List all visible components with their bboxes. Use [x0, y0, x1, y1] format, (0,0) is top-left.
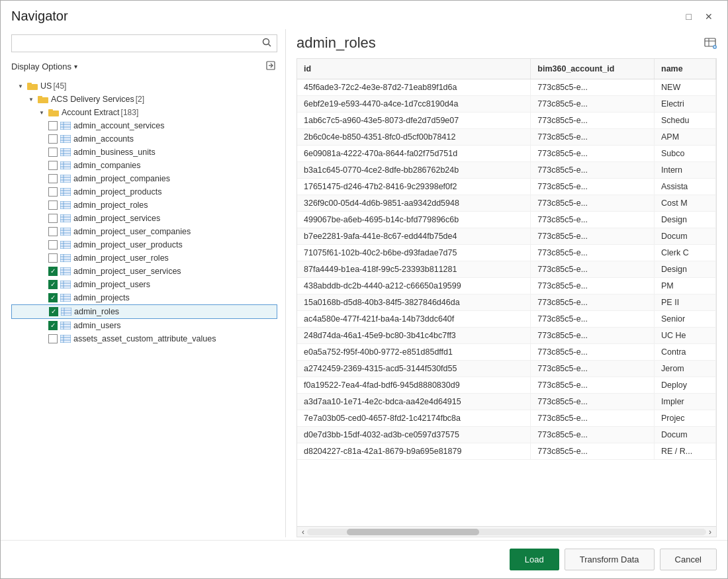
- table-icon-admin-projects: [60, 294, 71, 302]
- scroll-right-button[interactable]: ›: [706, 527, 714, 537]
- tree-item-admin-business-units[interactable]: admin_business_units: [11, 146, 277, 159]
- table-cell-id: a2742459-2369-4315-acd5-3144f530fd55: [297, 361, 531, 377]
- search-input[interactable]: [12, 35, 257, 52]
- table-row: a2742459-2369-4315-acd5-3144f530fd55773c…: [297, 361, 716, 377]
- checkbox-admin-project-roles[interactable]: [48, 200, 58, 210]
- table-cell-id: e0a5a752-f95f-40b0-9772-e851d85dffd1: [297, 344, 531, 361]
- checkbox-admin-project-products[interactable]: [48, 187, 58, 197]
- tree-item-us[interactable]: ▼ US [45]: [11, 79, 277, 93]
- tree-label-admin-project-user-roles: admin_project_user_roles: [73, 253, 169, 263]
- table-scroll-area[interactable]: id bim360_account_id name 45f6ade3-72c2-…: [297, 59, 716, 526]
- svg-rect-78: [705, 38, 715, 46]
- table-cell-bim360_account_id: 773c85c5-e...: [531, 129, 655, 146]
- tree-item-admin-account-services[interactable]: admin_account_services: [11, 119, 277, 132]
- col-header-bim360: bim360_account_id: [531, 59, 655, 79]
- tree-label-assets-asset-custom: assets_asset_custom_attribute_values: [73, 334, 216, 343]
- tree-item-admin-project-user-services[interactable]: admin_project_user_services: [11, 265, 277, 278]
- checkbox-admin-project-services[interactable]: [48, 214, 58, 223]
- checkbox-admin-users[interactable]: [48, 321, 58, 330]
- table-row: 6ebf2e19-e593-4470-a4ce-1d7cc8190d4a773c…: [297, 96, 716, 112]
- checkbox-admin-project-users[interactable]: [48, 280, 58, 289]
- tree-item-admin-project-companies[interactable]: admin_project_companies: [11, 172, 277, 185]
- tree-item-admin-project-user-roles[interactable]: admin_project_user_roles: [11, 251, 277, 265]
- svg-rect-14: [60, 135, 71, 143]
- tree-item-account-extract[interactable]: ▼ Account Extract [183]: [11, 106, 277, 119]
- close-button[interactable]: ✕: [701, 10, 717, 23]
- search-button[interactable]: [257, 35, 277, 52]
- table-row: 87fa4449-b1ea-418f-99c5-23393b811281773c…: [297, 261, 716, 278]
- tree-item-admin-project-roles[interactable]: admin_project_roles: [11, 199, 277, 212]
- table-settings-button[interactable]: [704, 36, 717, 51]
- checkbox-assets-asset-custom[interactable]: [48, 334, 58, 343]
- table-cell-name: Impler: [655, 394, 716, 410]
- table-cell-id: 71075f61-102b-40c2-b6be-d93fadae7d75: [297, 245, 531, 261]
- tree-item-admin-project-user-companies[interactable]: admin_project_user_companies: [11, 225, 277, 238]
- tree-item-admin-users[interactable]: admin_users: [11, 319, 277, 332]
- table-cell-name: APM: [655, 129, 716, 146]
- display-options-label: Display Options: [11, 62, 71, 71]
- tree-item-admin-accounts[interactable]: admin_accounts: [11, 132, 277, 146]
- checkbox-admin-projects[interactable]: [48, 293, 58, 302]
- table-cell-id: 326f9c00-05d4-4d6b-9851-aa9342dd5948: [297, 195, 531, 212]
- navigator-window: Navigator □ ✕ Display O: [0, 0, 728, 579]
- checkbox-admin-project-user-roles[interactable]: [48, 253, 58, 263]
- svg-line-1: [269, 44, 271, 47]
- table-cell-name: PM: [655, 278, 716, 294]
- table-icon-admin-project-products: [60, 188, 71, 196]
- table-cell-id: 17651475-d246-47b2-8416-9c29398ef0f2: [297, 179, 531, 195]
- table-cell-name: Cost M: [655, 195, 716, 212]
- export-button[interactable]: [264, 59, 277, 74]
- tree-label-account-extract: Account Extract: [62, 108, 120, 117]
- tree-item-admin-project-user-products[interactable]: admin_project_user_products: [11, 238, 277, 251]
- window-title: Navigator: [11, 9, 68, 24]
- table-cell-name: Deploy: [655, 377, 716, 394]
- tree-item-acs[interactable]: ▼ ACS Delivery Services [2]: [11, 93, 277, 106]
- table-cell-id: b3a1c645-0770-4ce2-8dfe-bb286762b24b: [297, 162, 531, 179]
- table-icon-admin-companies: [60, 161, 71, 169]
- checkbox-admin-accounts[interactable]: [48, 134, 58, 144]
- cancel-button[interactable]: Cancel: [660, 549, 717, 570]
- svg-rect-5: [27, 83, 32, 85]
- tree-label-admin-project-user-companies: admin_project_user_companies: [73, 227, 191, 236]
- tree-item-admin-projects[interactable]: admin_projects: [11, 291, 277, 304]
- checkbox-admin-companies[interactable]: [48, 161, 58, 170]
- table-cell-id: 6e09081a-4222-470a-8644-fa02f75d751d: [297, 146, 531, 162]
- scroll-left-button[interactable]: ‹: [299, 527, 307, 537]
- horizontal-scrollbar[interactable]: ‹ ›: [297, 526, 716, 537]
- tree-item-assets-asset-custom[interactable]: assets_asset_custom_attribute_values: [11, 332, 277, 345]
- transform-data-button[interactable]: Transform Data: [565, 549, 655, 570]
- load-button[interactable]: Load: [510, 549, 559, 570]
- table-icon-admin-project-roles: [60, 201, 71, 209]
- svg-rect-74: [60, 335, 71, 343]
- table-cell-name: Electri: [655, 96, 716, 112]
- checkbox-admin-roles[interactable]: [49, 307, 58, 316]
- table-cell-bim360_account_id: 773c85c5-e...: [531, 294, 655, 311]
- svg-rect-70: [60, 322, 71, 330]
- table-cell-name: PE II: [655, 294, 716, 311]
- scroll-thumb[interactable]: [347, 529, 479, 535]
- tree-item-admin-companies[interactable]: admin_companies: [11, 159, 277, 172]
- tree-label-us: US: [40, 81, 52, 91]
- checkbox-admin-project-user-services[interactable]: [48, 267, 58, 276]
- tree-item-admin-project-users[interactable]: admin_project_users: [11, 278, 277, 291]
- table-cell-bim360_account_id: 773c85c5-e...: [531, 245, 655, 261]
- checkbox-admin-project-user-companies[interactable]: [48, 227, 58, 236]
- table-cell-id: a3d7aa10-1e71-4e2c-bdca-aa42e4d64915: [297, 394, 531, 410]
- checkbox-admin-project-companies[interactable]: [48, 174, 58, 183]
- checkbox-admin-business-units[interactable]: [48, 148, 58, 157]
- table-icon-admin-project-users: [60, 281, 71, 289]
- tree-item-admin-project-services[interactable]: admin_project_services: [11, 212, 277, 225]
- table-cell-bim360_account_id: 773c85c5-e...: [531, 443, 655, 460]
- table-title-row: admin_roles: [296, 34, 717, 52]
- table-icon-admin-project-user-services: [60, 267, 71, 275]
- checkbox-admin-project-user-products[interactable]: [48, 240, 58, 249]
- tree-item-admin-roles[interactable]: admin_roles: [11, 304, 277, 319]
- table-icon-admin-users: [60, 322, 71, 330]
- minimize-button[interactable]: □: [682, 10, 696, 23]
- tree-container[interactable]: ▼ US [45] ▼ ACS Delivery Services [2]: [11, 79, 277, 537]
- table-cell-bim360_account_id: 773c85c5-e...: [531, 112, 655, 129]
- table-cell-name: Clerk C: [655, 245, 716, 261]
- tree-item-admin-project-products[interactable]: admin_project_products: [11, 185, 277, 199]
- checkbox-admin-account-services[interactable]: [48, 121, 58, 130]
- display-options-button[interactable]: Display Options ▾: [11, 62, 77, 71]
